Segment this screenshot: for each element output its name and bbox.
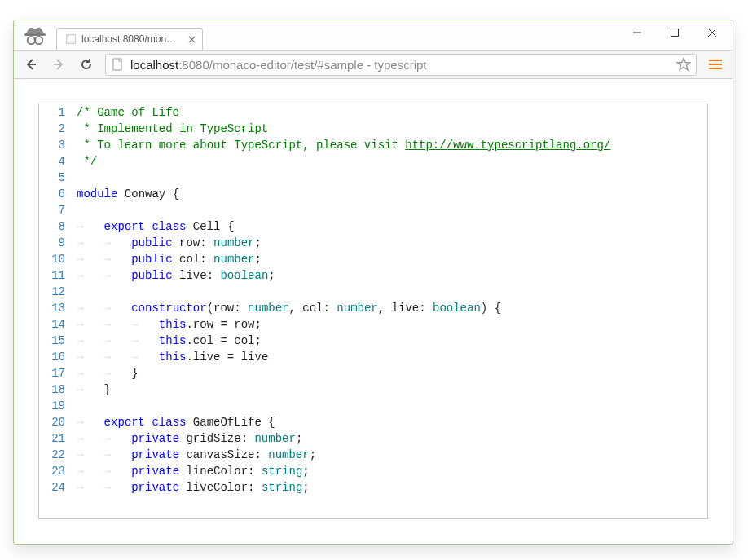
- line-number: 12: [39, 284, 77, 300]
- omnibox-path: :8080/monaco-editor/test/#sample - types…: [178, 58, 426, 72]
- window-close-button[interactable]: [693, 20, 731, 45]
- line-number: 23: [39, 463, 77, 479]
- line-number: 10: [39, 251, 77, 267]
- line-code: → → private gridSize: number;: [77, 430, 707, 447]
- editor-lines: 1/* Game of Life2 * Implemented in TypeS…: [39, 104, 707, 496]
- line-number: 3: [39, 137, 77, 153]
- line-number: 15: [39, 333, 77, 349]
- editor-line[interactable]: 20→ export class GameOfLife {: [39, 414, 707, 430]
- svg-rect-0: [24, 33, 46, 36]
- line-number: 22: [39, 447, 77, 463]
- line-number: 21: [39, 430, 77, 447]
- editor-line[interactable]: 15→ → → this.col = col;: [39, 333, 707, 349]
- editor-line[interactable]: 3 * To learn more about TypeScript, plea…: [39, 137, 707, 153]
- editor-line[interactable]: 21→ → private gridSize: number;: [39, 430, 707, 447]
- editor-line[interactable]: 18→ }: [39, 381, 707, 398]
- editor-line[interactable]: 5: [39, 170, 707, 186]
- line-number: 19: [39, 398, 77, 414]
- line-code: → → → this.live = live: [77, 349, 707, 365]
- svg-point-1: [28, 37, 35, 44]
- line-code: → export class GameOfLife {: [77, 414, 707, 430]
- omnibox-url: localhost:8080/monaco-editor/test/#sampl…: [130, 58, 676, 72]
- line-code: [77, 398, 707, 414]
- line-code: → → → this.row = row;: [77, 316, 707, 333]
- editor-line[interactable]: 13→ → constructor(row: number, col: numb…: [39, 300, 707, 316]
- window-controls: [618, 20, 731, 45]
- line-code: [77, 170, 707, 186]
- line-number: 7: [39, 202, 77, 218]
- svg-point-2: [35, 37, 42, 44]
- line-number: 9: [39, 235, 77, 251]
- line-code: → → private canvasSize: number;: [77, 447, 707, 463]
- editor-line[interactable]: 23→ → private lineColor: string;: [39, 463, 707, 479]
- browser-window: localhost:8080/monaco-ed: [13, 20, 733, 545]
- line-code: → → → this.col = col;: [77, 333, 707, 349]
- line-number: 20: [39, 414, 77, 430]
- line-code: [77, 202, 707, 218]
- editor-line[interactable]: 7: [39, 202, 707, 218]
- editor-line[interactable]: 14→ → → this.row = row;: [39, 316, 707, 333]
- svg-rect-8: [113, 59, 121, 70]
- browser-tab[interactable]: localhost:8080/monaco-ed: [56, 28, 203, 50]
- bookmark-star-icon[interactable]: [676, 57, 691, 72]
- line-number: 1: [39, 104, 77, 121]
- menu-button[interactable]: [703, 53, 728, 76]
- line-code: * Implemented in TypeScript: [77, 121, 707, 137]
- line-number: 8: [39, 218, 77, 235]
- editor-line[interactable]: 6module Conway {: [39, 186, 707, 202]
- tab-favicon-icon: [65, 33, 77, 45]
- line-number: 17: [39, 365, 77, 381]
- line-code: module Conway {: [77, 186, 707, 202]
- line-code: /* Game of Life: [77, 104, 707, 121]
- line-number: 11: [39, 267, 77, 284]
- address-bar[interactable]: localhost:8080/monaco-editor/test/#sampl…: [105, 54, 697, 76]
- line-number: 16: [39, 349, 77, 365]
- line-code: */: [77, 153, 707, 170]
- editor-line[interactable]: 2 * Implemented in TypeScript: [39, 121, 707, 137]
- page-icon: [111, 58, 124, 71]
- line-code: → }: [77, 381, 707, 398]
- line-number: 5: [39, 170, 77, 186]
- editor-line[interactable]: 8→ export class Cell {: [39, 218, 707, 235]
- editor-line[interactable]: 22→ → private canvasSize: number;: [39, 447, 707, 463]
- line-code: → → constructor(row: number, col: number…: [77, 300, 707, 316]
- editor-line[interactable]: 9→ → public row: number;: [39, 235, 707, 251]
- editor-line[interactable]: 24→ → private liveColor: string;: [39, 479, 707, 496]
- back-button[interactable]: [19, 53, 43, 76]
- editor-line[interactable]: 11→ → public live: boolean;: [39, 267, 707, 284]
- reload-button[interactable]: [74, 53, 99, 76]
- editor-line[interactable]: 4 */: [39, 153, 707, 170]
- code-editor[interactable]: 1/* Game of Life2 * Implemented in TypeS…: [38, 104, 708, 519]
- titlebar: localhost:8080/monaco-ed: [14, 20, 733, 50]
- omnibox-host: localhost: [130, 58, 178, 72]
- browser-toolbar: localhost:8080/monaco-editor/test/#sampl…: [14, 50, 733, 79]
- page-content: 1/* Game of Life2 * Implemented in TypeS…: [14, 79, 733, 544]
- editor-line[interactable]: 19: [39, 398, 707, 414]
- line-code: → → }: [77, 365, 707, 381]
- window-maximize-button[interactable]: [656, 20, 693, 45]
- editor-line[interactable]: 16→ → → this.live = live: [39, 349, 707, 365]
- line-number: 24: [39, 479, 77, 496]
- editor-line[interactable]: 1/* Game of Life: [39, 104, 707, 121]
- editor-line[interactable]: 17→ → }: [39, 365, 707, 381]
- line-code: → → public row: number;: [77, 235, 707, 251]
- line-code: → → public col: number;: [77, 251, 707, 267]
- hamburger-icon: [709, 64, 722, 65]
- line-number: 14: [39, 316, 77, 333]
- incognito-icon: [14, 20, 56, 50]
- editor-line[interactable]: 12: [39, 284, 707, 300]
- tab-title: localhost:8080/monaco-ed: [81, 33, 179, 45]
- window-minimize-button[interactable]: [618, 20, 656, 45]
- line-number: 4: [39, 153, 77, 170]
- editor-line[interactable]: 10→ → public col: number;: [39, 251, 707, 267]
- line-number: 13: [39, 300, 77, 316]
- line-number: 2: [39, 121, 77, 137]
- tab-close-button[interactable]: [186, 33, 197, 45]
- line-number: 18: [39, 381, 77, 398]
- line-code: [77, 284, 707, 300]
- forward-button[interactable]: [46, 53, 71, 76]
- svg-rect-5: [671, 29, 679, 37]
- line-code: * To learn more about TypeScript, please…: [77, 137, 707, 153]
- line-code: → → private lineColor: string;: [77, 463, 707, 479]
- line-code: → → public live: boolean;: [77, 267, 707, 284]
